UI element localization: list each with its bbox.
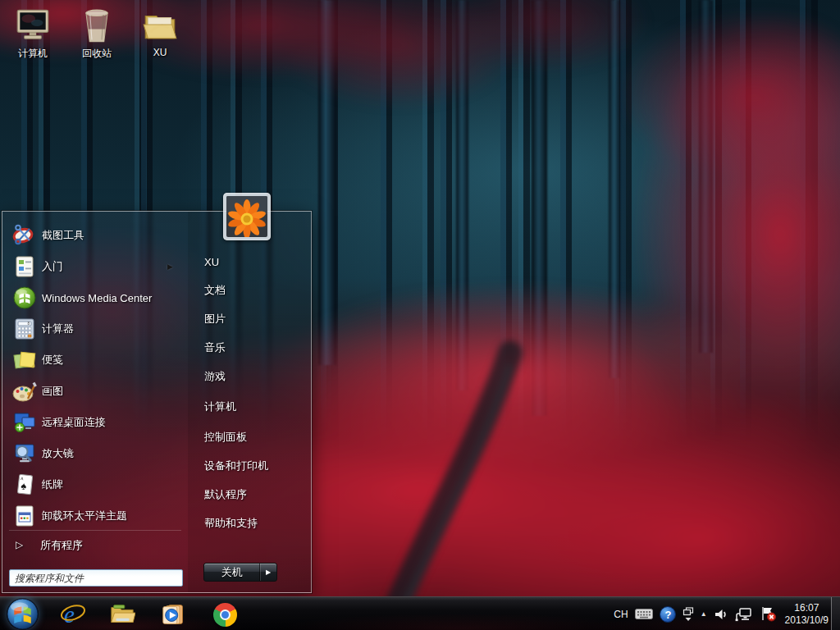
start-menu-right-column: XU 文档 图片 音乐 游戏 计算机 控制面板 设备和打印机 默认程序 帮助和支… xyxy=(188,212,312,592)
search-input[interactable] xyxy=(9,569,183,587)
help-icon[interactable]: ? xyxy=(660,606,676,623)
language-indicator[interactable]: CH xyxy=(614,609,628,620)
remote-desktop-icon xyxy=(12,410,37,435)
action-center-flag-icon[interactable] xyxy=(760,606,777,622)
menu-item-computer[interactable]: 计算机 xyxy=(204,395,307,419)
show-hidden-icons-arrow[interactable]: ▲ xyxy=(701,610,707,618)
menu-item-control-panel[interactable]: 控制面板 xyxy=(204,425,307,450)
taskbar: e CH xyxy=(0,596,840,630)
uninstall-theme-icon xyxy=(12,504,37,528)
menu-item-label: 远程桌面连接 xyxy=(42,415,106,430)
menu-item-getting-started[interactable]: 入门 ▶ xyxy=(2,251,188,282)
taskbar-chrome[interactable] xyxy=(212,601,238,628)
menu-item-sticky-notes[interactable]: 便笺 xyxy=(2,345,188,376)
clock-time: 16:07 xyxy=(785,602,829,614)
menu-item-calculator[interactable]: 8 计算器 xyxy=(2,313,188,345)
menu-item-label: 计算器 xyxy=(42,322,74,336)
menu-item-documents[interactable]: 文档 xyxy=(204,278,307,303)
taskbar-windows-explorer[interactable] xyxy=(109,601,135,628)
menu-item-magnifier[interactable]: 放大镜 xyxy=(2,438,188,469)
menu-item-pictures[interactable]: 图片 xyxy=(204,307,307,331)
snipping-tool-icon xyxy=(12,223,37,248)
menu-item-user-folder[interactable]: XU xyxy=(204,249,307,274)
menu-separator xyxy=(9,530,181,531)
submenu-arrow-icon: ▶ xyxy=(167,262,173,271)
magnifier-icon xyxy=(12,441,37,466)
menu-item-label: 画图 xyxy=(42,384,63,399)
menu-item-default-programs[interactable]: 默认程序 xyxy=(204,482,307,507)
language-bar-options-icon[interactable] xyxy=(682,607,694,622)
media-player-icon xyxy=(161,600,187,628)
start-orb[interactable] xyxy=(7,598,39,630)
keyboard-icon[interactable] xyxy=(635,608,653,620)
start-menu: 截图工具 入门 ▶ xyxy=(2,211,312,593)
menu-item-games[interactable]: 游戏 xyxy=(204,364,307,389)
desktop-icon-recycle-bin[interactable]: 回收站 xyxy=(69,5,125,61)
desktop-screen: 计算机 回收站 XU xyxy=(0,0,840,630)
menu-item-label: 入门 xyxy=(42,259,63,274)
solitaire-icon: A ♠ xyxy=(12,472,37,497)
all-programs-arrow-icon: ▷ xyxy=(16,539,23,550)
computer-icon xyxy=(14,7,52,44)
volume-icon[interactable] xyxy=(714,607,728,622)
recycle-bin-icon xyxy=(77,5,116,44)
shutdown-button[interactable]: 关机 ▶ xyxy=(203,563,277,582)
desktop-icon-label: 回收站 xyxy=(69,47,125,61)
folder-icon xyxy=(141,7,179,44)
sticky-notes-icon xyxy=(12,348,37,372)
menu-item-uninstall-theme[interactable]: 卸载环太平洋主题 xyxy=(2,500,188,532)
system-tray: CH ? xyxy=(614,597,830,630)
menu-item-help-support[interactable]: 帮助和支持 xyxy=(204,511,307,536)
all-programs-item[interactable]: ▷ 所有程序 xyxy=(2,533,188,558)
menu-item-label: Windows Media Center xyxy=(42,292,152,304)
paint-icon xyxy=(12,379,37,404)
menu-item-label: 卸载环太平洋主题 xyxy=(42,509,127,523)
network-icon[interactable] xyxy=(735,607,753,622)
svg-text:?: ? xyxy=(664,608,671,620)
desktop-icon-computer[interactable]: 计算机 xyxy=(5,7,61,61)
start-menu-left-column: 截图工具 入门 ▶ xyxy=(2,212,188,592)
menu-item-remote-desktop[interactable]: 远程桌面连接 xyxy=(2,407,188,438)
clock-date: 2013/10/9 xyxy=(785,614,829,627)
getting-started-icon xyxy=(12,254,37,279)
menu-item-paint[interactable]: 画图 xyxy=(2,376,188,407)
all-programs-label: 所有程序 xyxy=(40,538,83,553)
menu-item-solitaire[interactable]: A ♠ 纸牌 xyxy=(2,469,188,500)
desktop-icon-label: 计算机 xyxy=(5,47,61,61)
menu-item-music[interactable]: 音乐 xyxy=(204,336,307,360)
user-avatar[interactable] xyxy=(223,193,271,240)
calculator-icon: 8 xyxy=(12,317,37,341)
chrome-icon xyxy=(213,603,237,627)
menu-item-label: 纸牌 xyxy=(42,477,63,492)
desktop-icon-xu-folder[interactable]: XU xyxy=(132,7,188,58)
menu-item-devices-printers[interactable]: 设备和打印机 xyxy=(204,454,307,478)
desktop-icon-label: XU xyxy=(132,47,188,58)
show-desktop-button[interactable] xyxy=(831,597,840,630)
taskbar-clock[interactable]: 16:07 2013/10/9 xyxy=(783,602,830,627)
media-center-icon xyxy=(12,285,37,310)
shutdown-label: 关机 xyxy=(204,565,259,580)
avatar-flower-image xyxy=(226,196,267,237)
menu-item-label: 截图工具 xyxy=(42,228,84,243)
windows-explorer-icon xyxy=(109,600,135,628)
menu-item-windows-media-center[interactable]: Windows Media Center xyxy=(2,282,188,313)
internet-explorer-icon: e xyxy=(60,601,86,628)
shutdown-options-arrow-icon[interactable]: ▶ xyxy=(260,568,276,576)
taskbar-media-player[interactable] xyxy=(161,601,187,628)
taskbar-internet-explorer[interactable]: e xyxy=(60,601,86,628)
menu-item-snipping-tool[interactable]: 截图工具 xyxy=(2,220,188,251)
menu-item-label: 放大镜 xyxy=(42,446,74,461)
menu-item-label: 便笺 xyxy=(42,353,63,368)
